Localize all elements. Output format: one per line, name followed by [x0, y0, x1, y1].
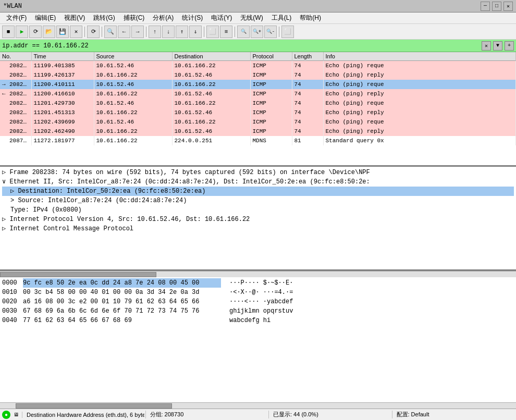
hex-bytes[interactable]: 67 68 69 6a 6b 6c 6d 6e 6f 70 71 72 73 7…	[23, 306, 221, 316]
col-header-len[interactable]: Length	[292, 52, 323, 61]
hex-scrollbar-thumb[interactable]	[16, 403, 172, 409]
menu-item[interactable]: 视图(V)	[60, 13, 89, 23]
menu-item[interactable]: 电话(Y)	[207, 13, 236, 23]
hex-ascii: ghijklmn opqrstuv	[221, 306, 325, 316]
filter-input[interactable]	[2, 42, 480, 50]
menu-item[interactable]: 统计(S)	[178, 13, 207, 23]
menu-item[interactable]: 捕获(C)	[119, 13, 149, 23]
row-time: 11202.439699	[31, 117, 94, 127]
restart-button[interactable]: ⟳	[29, 26, 42, 38]
jump-down-button[interactable]: ⇓	[189, 26, 202, 38]
col-header-time[interactable]: Time	[31, 52, 94, 61]
hex-offset: 0000	[2, 278, 23, 288]
row-dst: 224.0.0.251	[172, 136, 250, 145]
col-header-dst[interactable]: Destination	[172, 52, 250, 61]
row-dst: 10.61.166.22	[172, 98, 250, 108]
detail-line[interactable]: ▷ Destination: IntelCor_50:2e:ea (9c:fc:…	[2, 187, 514, 196]
menu-item[interactable]: 编辑(E)	[31, 13, 60, 23]
forward-button[interactable]: →	[131, 26, 144, 38]
start-button[interactable]: ▶	[16, 26, 28, 38]
row-proto: ICMP	[250, 117, 292, 127]
config-name: 配置: Default	[392, 411, 514, 418]
profile-icon: 🖥	[11, 412, 21, 417]
detail-line[interactable]: > Source: IntelCor_a8:7e:24 (0c:dd:24:a8…	[2, 196, 514, 205]
row-proto: ICMP	[250, 80, 292, 89]
close-capture-button[interactable]: ✕	[70, 26, 82, 38]
table-row[interactable]: 2082…11199.42613710.61.166.2210.61.52.46…	[0, 70, 516, 80]
table-row[interactable]: ←2082…11200.41661010.61.166.2210.61.52.4…	[0, 89, 516, 98]
detail-line[interactable]: ▷ Internet Control Message Protocol	[2, 224, 514, 233]
reload-button[interactable]: ⟳	[87, 26, 100, 38]
row-no: 2082…	[0, 117, 31, 127]
hex-bytes[interactable]: a6 16 08 00 3c e2 00 01 10 79 61 62 63 6…	[23, 297, 221, 306]
detail-scrollbar-thumb[interactable]	[0, 272, 156, 277]
scroll-down-button[interactable]: ↓	[162, 26, 175, 38]
col-header-no[interactable]: No.	[0, 52, 31, 61]
status-text: Destination Hardware Address (eth.dst), …	[22, 412, 144, 418]
maximize-button[interactable]: □	[492, 2, 501, 11]
jump-up-button[interactable]: ⇑	[176, 26, 188, 38]
zoom-button3[interactable]: 🔍-	[264, 26, 277, 38]
filter-clear-button[interactable]: ✕	[482, 41, 491, 51]
row-proto: ICMP	[250, 108, 292, 117]
table-row[interactable]: 2087…11272.18197710.61.166.22224.0.0.251…	[0, 136, 516, 145]
colorize-button[interactable]: ⬜	[206, 26, 219, 38]
row-info: Echo (ping) reque	[323, 98, 516, 108]
sep5	[235, 27, 235, 37]
col-header-src[interactable]: Source	[94, 52, 172, 61]
row-len: 74	[292, 98, 323, 108]
row-dst: 10.61.52.46	[172, 127, 250, 136]
open-button[interactable]: 📂	[43, 26, 55, 38]
extra-button[interactable]: ⬜	[281, 26, 294, 38]
row-no: ←2082…	[0, 89, 31, 98]
close-button[interactable]: ✕	[503, 2, 513, 11]
scroll-up-button[interactable]: ↑	[149, 26, 161, 38]
stop-button[interactable]: ■	[2, 26, 15, 38]
prefs-button[interactable]: ≡	[220, 26, 232, 38]
row-len: 74	[292, 61, 323, 70]
hex-ascii: ·<·X··@· ···=4.·=	[221, 288, 325, 297]
detail-line[interactable]: ∨ Ethernet II, Src: IntelCor_a8:7e:24 (0…	[2, 177, 514, 187]
filter-bar: ✕ ▼ +	[0, 40, 516, 52]
table-row[interactable]: 2082…11199.40138510.61.52.4610.61.166.22…	[0, 61, 516, 70]
table-row[interactable]: 2082…11202.43969910.61.52.4610.61.166.22…	[0, 117, 516, 127]
row-src: 10.61.52.46	[94, 80, 172, 89]
back-button[interactable]: ←	[118, 26, 130, 38]
menu-item[interactable]: 文件(F)	[2, 13, 31, 23]
detail-scrollbar[interactable]	[0, 271, 516, 277]
zoom-in-button[interactable]: 🔍	[104, 26, 117, 38]
table-row[interactable]: 2082…11202.46249010.61.166.2210.61.52.46…	[0, 127, 516, 136]
hex-row: 0010 00 3c b4 58 00 00 40 01 00 00 0a 3d…	[2, 288, 514, 297]
row-len: 81	[292, 136, 323, 145]
row-time: 11272.181977	[31, 136, 94, 145]
hex-bytes[interactable]: 00 3c b4 58 00 00 40 01 00 00 0a 3d 34 2…	[23, 288, 221, 297]
menu-item[interactable]: 跳转(G)	[89, 13, 119, 23]
menu-item[interactable]: 无线(W)	[236, 13, 267, 23]
minimize-button[interactable]: ─	[481, 2, 490, 11]
menu-item[interactable]: 工具(L)	[267, 13, 296, 23]
detail-line[interactable]: ▷ Frame 208238: 74 bytes on wire (592 bi…	[2, 168, 514, 177]
table-row[interactable]: →2082…11200.41011110.61.52.4610.61.166.2…	[0, 80, 516, 89]
row-src: 10.61.52.46	[94, 61, 172, 70]
save-button[interactable]: 💾	[56, 26, 69, 38]
table-row[interactable]: 2082…11201.45131310.61.166.2210.61.52.46…	[0, 108, 516, 117]
table-row[interactable]: 2082…11201.42973010.61.52.4610.61.166.22…	[0, 98, 516, 108]
find-button[interactable]: 🔍	[237, 26, 250, 38]
col-header-info[interactable]: Info	[323, 52, 516, 61]
filter-bookmark-button[interactable]: ▼	[493, 41, 502, 51]
menu-item[interactable]: 分析(A)	[149, 13, 178, 23]
row-dst: 10.61.52.46	[172, 108, 250, 117]
detail-line[interactable]: ▷ Internet Protocol Version 4, Src: 10.6…	[2, 215, 514, 224]
zoom-button2[interactable]: 🔍+	[251, 26, 263, 38]
row-time: 11200.410111	[31, 80, 94, 89]
row-src: 10.61.52.46	[94, 98, 172, 108]
hex-bytes[interactable]: 9c fc e8 50 2e ea 0c dd 24 a8 7e 24 08 0…	[23, 278, 221, 288]
filter-apply-button[interactable]: +	[505, 41, 514, 51]
hex-bytes[interactable]: 77 61 62 63 64 65 66 67 68 69	[23, 316, 221, 325]
menu-item[interactable]: 帮助(H)	[296, 13, 325, 23]
col-header-proto[interactable]: Protocol	[250, 52, 292, 61]
hex-row: 0030 67 68 69 6a 6b 6c 6d 6e 6f 70 71 72…	[2, 306, 514, 316]
row-src: 10.61.166.22	[94, 89, 172, 98]
hex-row: 0000 9c fc e8 50 2e ea 0c dd 24 a8 7e 24…	[2, 278, 514, 288]
hex-scrollbar[interactable]	[0, 402, 516, 409]
